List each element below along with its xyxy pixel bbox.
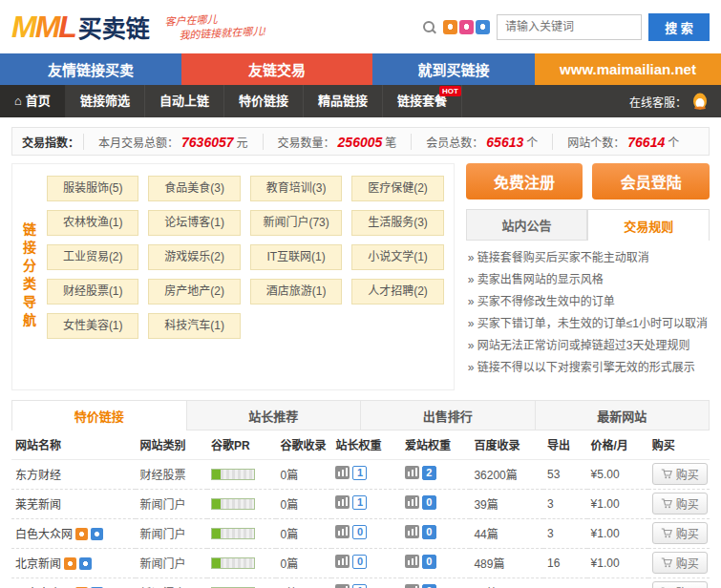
baidu-index-value: 36200篇 [470, 459, 543, 489]
tab-site-notice[interactable]: 站内公告 [466, 209, 588, 241]
tab-sales-ranking[interactable]: 出售排行 [361, 400, 536, 430]
weight-chart-icon [335, 584, 350, 588]
tab-trade-rules[interactable]: 交易规则 [587, 209, 710, 241]
weight-chart-icon [335, 466, 350, 479]
col-out-links: 导出 [543, 430, 587, 459]
nav-item-auto-link[interactable]: 自动上链 [145, 85, 224, 117]
az-weight-badge: 2 [405, 466, 436, 480]
col-price: 价格/月 [587, 430, 648, 459]
site-name-link[interactable]: 东方财经 [15, 469, 61, 482]
col-google-index: 谷歌收录 [276, 430, 331, 459]
cz-weight-badge: 0 [335, 555, 367, 569]
cz-weight-badge: 1 [335, 466, 367, 480]
col-az-weight: 爱站权重 [401, 430, 470, 459]
site-qq-icon [75, 528, 88, 540]
nav-item-link-package[interactable]: 链接套餐 HOT [383, 85, 462, 117]
category-item[interactable]: 小说文学(1) [351, 244, 443, 270]
category-item[interactable]: 食品美食(3) [148, 176, 240, 201]
trade-stats-bar: 交易指数： 本月交易总额： 7636057 元 交易数量： 256005 笔 会… [11, 127, 710, 156]
banner-friend-link[interactable]: 友链交易 [181, 53, 372, 85]
buy-button[interactable]: 购买 [652, 522, 708, 544]
cart-icon [661, 528, 672, 538]
category-item[interactable]: 房产地产(2) [148, 279, 240, 304]
nav-item-special-links[interactable]: 特价链接 [224, 85, 304, 117]
category-item[interactable]: 酒店旅游(1) [250, 279, 342, 304]
nav-item-link-filter[interactable]: 链接筛选 [66, 85, 145, 117]
main-nav: ⌂首页 链接筛选 自动上链 特价链接 精品链接 链接套餐 HOT 在线客服： [0, 85, 721, 117]
rule-item[interactable]: » 链接套餐购买后买家不能主动取消 [468, 247, 708, 269]
category-panel: 链接分类导航 服装服饰(5) 食品美食(3) 教育培训(3) 医疗保健(2) 农… [11, 163, 455, 390]
tab-webmaster-recommend[interactable]: 站长推荐 [187, 400, 362, 430]
search-icon [422, 20, 436, 34]
rule-item[interactable]: » 买家不得修改生效中的订单 [468, 291, 708, 313]
search-input[interactable] [497, 14, 642, 40]
weight-chart-icon [335, 555, 350, 568]
site-name-link[interactable]: 莱芜新闻 [15, 498, 61, 512]
col-baidu-index: 百度收录 [470, 430, 543, 459]
buy-button[interactable]: 购买 [652, 552, 708, 574]
search-button[interactable]: 搜 索 [648, 13, 710, 41]
nav-item-home[interactable]: ⌂首页 [0, 85, 66, 117]
message-contact-icon[interactable] [476, 20, 490, 34]
stat-label: 会员总数： [426, 134, 483, 150]
category-item[interactable]: 女性美容(1) [47, 313, 138, 339]
category-item[interactable]: 人才招聘(2) [351, 279, 443, 304]
home-icon: ⌂ [14, 94, 22, 108]
logo-mml-text: MML [11, 10, 75, 45]
site-link-icon [79, 557, 92, 570]
links-table: 网站名称 网站类别 谷歌PR 谷歌收录 站长权重 爱站权重 百度收录 导出 价格… [11, 430, 710, 588]
banner-link-trade[interactable]: 友情链接买卖 [0, 53, 181, 85]
weight-chart-icon [405, 584, 419, 588]
category-side-label: 链接分类导航 [19, 222, 38, 331]
rule-item[interactable]: » 网站无法正常访问或掉链超过3天处理规则 [468, 335, 708, 357]
login-button[interactable]: 会员登陆 [592, 163, 710, 200]
category-item[interactable]: 论坛博客(1) [148, 210, 240, 236]
out-links-value: 3 [543, 518, 587, 548]
site-category: 新闻门户 [136, 489, 207, 518]
category-item[interactable]: 游戏娱乐(2) [148, 244, 240, 270]
stat-label: 网站个数： [567, 134, 625, 150]
rule-item[interactable]: » 买家下错订单，未生效的订单≤1小时可以取消 [468, 313, 708, 335]
listing-tabs: 特价链接 站长推荐 出售排行 最新网站 [11, 400, 710, 430]
rule-item[interactable]: » 链接不得以以下对搜索引擎无效的形式展示 [468, 357, 708, 379]
category-item[interactable]: 科技汽车(1) [148, 313, 240, 339]
tab-newest-sites[interactable]: 最新网站 [536, 400, 710, 430]
cz-weight-badge: 1 [335, 495, 367, 510]
site-name-link[interactable]: 北京新闻 [15, 557, 61, 571]
category-item[interactable]: 工业贸易(2) [47, 244, 138, 270]
slogan: 客户在哪儿 我的链接就在哪儿! [164, 10, 265, 43]
banner-site-url[interactable]: www.maimailian.net [535, 53, 721, 85]
banner-buy-link[interactable]: 就到买链接 [372, 53, 535, 85]
table-row: 白色大众网 新闻门户 0篇 0 0 44篇 3 ¥1.00 购买 [11, 518, 710, 548]
category-item[interactable]: 新闻门户(73) [250, 210, 342, 236]
category-item[interactable]: 教育培训(3) [250, 176, 342, 201]
category-item[interactable]: 农林牧渔(1) [47, 210, 138, 236]
out-links-value: 3 [543, 578, 587, 588]
auth-buttons: 免费注册 会员登陆 [466, 163, 710, 200]
buy-button[interactable]: 购买 [652, 581, 708, 588]
category-item[interactable]: 医疗保健(2) [351, 176, 443, 201]
price-value: ¥1.00 [587, 548, 648, 578]
tab-special-links[interactable]: 特价链接 [11, 400, 187, 430]
register-button[interactable]: 免费注册 [466, 163, 583, 200]
price-value: ¥1.00 [587, 578, 648, 588]
site-logo[interactable]: MML 买卖链 [11, 10, 150, 45]
site-name-link[interactable]: 白色大众网 [15, 528, 73, 541]
category-item[interactable]: 财经股票(1) [47, 279, 138, 304]
weight-chart-icon [405, 525, 419, 538]
stat-label: 本月交易总额： [98, 134, 179, 150]
online-service[interactable]: 在线客服： [629, 93, 721, 110]
table-row: 莱芜新闻 新闻门户 0篇 1 0 39篇 3 ¥1.00 购买 [11, 489, 710, 518]
stat-unit: 笔 [385, 134, 396, 150]
buy-button[interactable]: 购买 [652, 493, 708, 514]
google-pr-bar [211, 557, 255, 569]
wechat-contact-icon[interactable] [459, 20, 474, 34]
rule-item[interactable]: » 卖家出售网站的显示风格 [468, 269, 708, 291]
category-item[interactable]: 服装服饰(5) [47, 176, 138, 201]
category-item[interactable]: IT互联网(1) [250, 244, 342, 270]
buy-button[interactable]: 购买 [652, 463, 708, 485]
stat-value: 256005 [338, 135, 383, 150]
nav-item-premium-links[interactable]: 精品链接 [304, 85, 383, 117]
qq-contact-icon[interactable] [443, 20, 457, 34]
category-item[interactable]: 生活服务(3) [351, 210, 443, 236]
